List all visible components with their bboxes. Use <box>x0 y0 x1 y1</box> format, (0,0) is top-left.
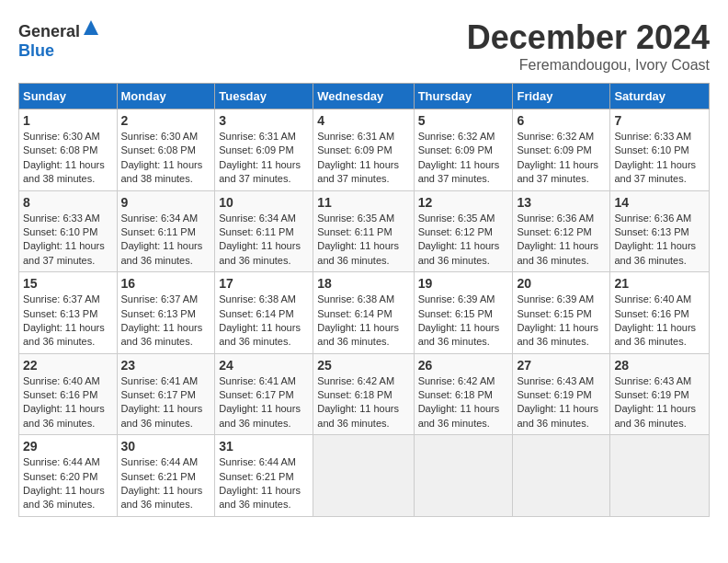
col-friday: Friday <box>513 84 610 109</box>
day-info: Sunrise: 6:42 AMSunset: 6:18 PMDaylight:… <box>418 375 500 429</box>
day-number: 27 <box>517 358 606 373</box>
calendar-week-row: 8 Sunrise: 6:33 AMSunset: 6:10 PMDayligh… <box>19 190 710 272</box>
day-info: Sunrise: 6:37 AMSunset: 6:13 PMDaylight:… <box>121 293 203 347</box>
table-row: 20 Sunrise: 6:39 AMSunset: 6:15 PMDaylig… <box>513 272 610 354</box>
table-row: 10 Sunrise: 6:34 AMSunset: 6:11 PMDaylig… <box>215 190 313 272</box>
col-wednesday: Wednesday <box>313 84 414 109</box>
table-row: 1 Sunrise: 6:30 AMSunset: 6:08 PMDayligh… <box>19 109 118 191</box>
day-info: Sunrise: 6:40 AMSunset: 6:16 PMDaylight:… <box>614 293 696 347</box>
day-info: Sunrise: 6:35 AMSunset: 6:12 PMDaylight:… <box>418 213 500 266</box>
table-row: 22 Sunrise: 6:40 AMSunset: 6:16 PMDaylig… <box>19 353 118 435</box>
day-info: Sunrise: 6:34 AMSunset: 6:11 PMDaylight:… <box>219 213 301 266</box>
day-number: 31 <box>219 439 309 454</box>
col-tuesday: Tuesday <box>215 84 313 109</box>
table-row: 3 Sunrise: 6:31 AMSunset: 6:09 PMDayligh… <box>215 109 313 191</box>
day-number: 3 <box>219 113 309 128</box>
day-info: Sunrise: 6:42 AMSunset: 6:18 PMDaylight:… <box>317 375 399 429</box>
table-row: 2 Sunrise: 6:30 AMSunset: 6:08 PMDayligh… <box>117 109 215 191</box>
calendar-week-row: 15 Sunrise: 6:37 AMSunset: 6:13 PMDaylig… <box>19 272 710 354</box>
day-number: 19 <box>418 276 509 291</box>
day-number: 30 <box>121 439 211 454</box>
table-row: 8 Sunrise: 6:33 AMSunset: 6:10 PMDayligh… <box>19 190 118 272</box>
day-info: Sunrise: 6:44 AMSunset: 6:21 PMDaylight:… <box>121 456 203 510</box>
day-info: Sunrise: 6:36 AMSunset: 6:12 PMDaylight:… <box>517 213 598 266</box>
day-info: Sunrise: 6:30 AMSunset: 6:08 PMDaylight:… <box>23 131 105 184</box>
table-row: 31 Sunrise: 6:44 AMSunset: 6:21 PMDaylig… <box>215 435 313 517</box>
day-number: 12 <box>418 195 509 210</box>
day-number: 7 <box>614 113 705 128</box>
table-row: 14 Sunrise: 6:36 AMSunset: 6:13 PMDaylig… <box>610 190 710 272</box>
table-row <box>513 435 610 517</box>
day-number: 23 <box>121 358 211 373</box>
day-info: Sunrise: 6:43 AMSunset: 6:19 PMDaylight:… <box>517 375 598 429</box>
table-row <box>313 435 414 517</box>
day-number: 14 <box>614 195 705 210</box>
day-number: 11 <box>317 195 409 210</box>
day-info: Sunrise: 6:43 AMSunset: 6:19 PMDaylight:… <box>614 375 696 429</box>
table-row: 23 Sunrise: 6:41 AMSunset: 6:17 PMDaylig… <box>117 353 215 435</box>
table-row: 26 Sunrise: 6:42 AMSunset: 6:18 PMDaylig… <box>414 353 513 435</box>
title-block: December 2024 Feremandougou, Ivory Coast <box>467 18 710 74</box>
calendar-table: Sunday Monday Tuesday Wednesday Thursday… <box>18 83 710 517</box>
day-info: Sunrise: 6:32 AMSunset: 6:09 PMDaylight:… <box>517 131 598 184</box>
location-title: Feremandougou, Ivory Coast <box>467 57 710 74</box>
table-row: 30 Sunrise: 6:44 AMSunset: 6:21 PMDaylig… <box>117 435 215 517</box>
table-row: 11 Sunrise: 6:35 AMSunset: 6:11 PMDaylig… <box>313 190 414 272</box>
day-info: Sunrise: 6:31 AMSunset: 6:09 PMDaylight:… <box>317 131 399 184</box>
col-monday: Monday <box>117 84 215 109</box>
table-row: 15 Sunrise: 6:37 AMSunset: 6:13 PMDaylig… <box>19 272 118 354</box>
day-info: Sunrise: 6:33 AMSunset: 6:10 PMDaylight:… <box>23 213 105 266</box>
table-row: 6 Sunrise: 6:32 AMSunset: 6:09 PMDayligh… <box>513 109 610 191</box>
day-info: Sunrise: 6:32 AMSunset: 6:09 PMDaylight:… <box>418 131 500 184</box>
day-info: Sunrise: 6:30 AMSunset: 6:08 PMDaylight:… <box>121 131 203 184</box>
day-info: Sunrise: 6:33 AMSunset: 6:10 PMDaylight:… <box>614 131 696 184</box>
day-number: 13 <box>517 195 606 210</box>
day-number: 17 <box>219 276 309 291</box>
day-info: Sunrise: 6:36 AMSunset: 6:13 PMDaylight:… <box>614 213 696 266</box>
day-number: 20 <box>517 276 606 291</box>
day-number: 26 <box>418 358 509 373</box>
calendar-week-row: 1 Sunrise: 6:30 AMSunset: 6:08 PMDayligh… <box>19 109 710 191</box>
logo-general: General <box>18 22 80 40</box>
day-number: 15 <box>23 276 113 291</box>
day-number: 5 <box>418 113 509 128</box>
day-info: Sunrise: 6:31 AMSunset: 6:09 PMDaylight:… <box>219 131 301 184</box>
day-info: Sunrise: 6:35 AMSunset: 6:11 PMDaylight:… <box>317 213 399 266</box>
col-saturday: Saturday <box>610 84 710 109</box>
day-info: Sunrise: 6:41 AMSunset: 6:17 PMDaylight:… <box>219 375 301 429</box>
table-row: 29 Sunrise: 6:44 AMSunset: 6:20 PMDaylig… <box>19 435 118 517</box>
day-info: Sunrise: 6:44 AMSunset: 6:20 PMDaylight:… <box>23 456 105 510</box>
table-row: 13 Sunrise: 6:36 AMSunset: 6:12 PMDaylig… <box>513 190 610 272</box>
day-number: 8 <box>23 195 113 210</box>
day-number: 6 <box>517 113 606 128</box>
calendar-week-row: 29 Sunrise: 6:44 AMSunset: 6:20 PMDaylig… <box>19 435 710 517</box>
day-info: Sunrise: 6:41 AMSunset: 6:17 PMDaylight:… <box>121 375 203 429</box>
table-row: 5 Sunrise: 6:32 AMSunset: 6:09 PMDayligh… <box>414 109 513 191</box>
day-number: 1 <box>23 113 113 128</box>
day-number: 29 <box>23 439 113 454</box>
calendar-week-row: 22 Sunrise: 6:40 AMSunset: 6:16 PMDaylig… <box>19 353 710 435</box>
page-header: General Blue December 2024 Feremandougou… <box>18 18 710 74</box>
day-number: 18 <box>317 276 409 291</box>
day-number: 16 <box>121 276 211 291</box>
table-row <box>414 435 513 517</box>
day-number: 24 <box>219 358 309 373</box>
day-info: Sunrise: 6:34 AMSunset: 6:11 PMDaylight:… <box>121 213 203 266</box>
day-info: Sunrise: 6:38 AMSunset: 6:14 PMDaylight:… <box>317 293 399 347</box>
month-title: December 2024 <box>467 18 710 57</box>
col-sunday: Sunday <box>19 84 118 109</box>
day-info: Sunrise: 6:40 AMSunset: 6:16 PMDaylight:… <box>23 375 105 429</box>
table-row: 12 Sunrise: 6:35 AMSunset: 6:12 PMDaylig… <box>414 190 513 272</box>
day-info: Sunrise: 6:39 AMSunset: 6:15 PMDaylight:… <box>517 293 598 347</box>
svg-marker-0 <box>84 20 98 35</box>
table-row: 4 Sunrise: 6:31 AMSunset: 6:09 PMDayligh… <box>313 109 414 191</box>
day-number: 28 <box>614 358 705 373</box>
day-number: 22 <box>23 358 113 373</box>
day-info: Sunrise: 6:37 AMSunset: 6:13 PMDaylight:… <box>23 293 105 347</box>
day-number: 4 <box>317 113 409 128</box>
day-info: Sunrise: 6:44 AMSunset: 6:21 PMDaylight:… <box>219 456 301 510</box>
day-number: 25 <box>317 358 409 373</box>
table-row: 16 Sunrise: 6:37 AMSunset: 6:13 PMDaylig… <box>117 272 215 354</box>
day-number: 2 <box>121 113 211 128</box>
day-number: 9 <box>121 195 211 210</box>
